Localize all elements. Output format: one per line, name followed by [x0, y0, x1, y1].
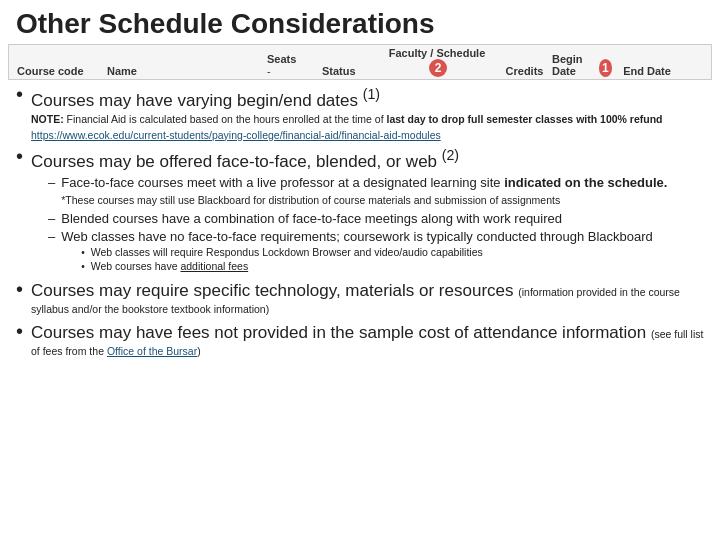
col-credits: Credits	[506, 65, 544, 77]
sub-sub-2: • Web courses have additional fees	[81, 260, 653, 274]
page-title: Other Schedule Considerations	[16, 8, 704, 40]
sub-sub-2-text: Web courses have additional fees	[91, 260, 248, 274]
bullet-1-large: Courses may have varying begin/end dates…	[31, 91, 380, 110]
col-name: Name	[107, 65, 137, 77]
bullet-dot-1: •	[16, 84, 23, 104]
sub-item-2: – Blended courses have a combination of …	[48, 211, 704, 228]
bullet-dot-4: •	[16, 321, 23, 341]
bullet-2-large: Courses may be offered face-to-face, ble…	[31, 152, 459, 171]
sub-bullets-2: – Face-to-face courses meet with a live …	[48, 175, 704, 275]
bullet-1: • Courses may have varying begin/end dat…	[16, 86, 704, 142]
col-status: Status	[322, 65, 356, 77]
bullet-3-large: Courses may require specific technology,…	[31, 281, 518, 300]
sub-item-2-text: Blended courses have a combination of fa…	[61, 211, 562, 228]
bullet-4-large: Courses may have fees not provided in th…	[31, 323, 651, 342]
bursar-link[interactable]: Office of the Bursar	[107, 345, 197, 357]
col-end: End Date	[623, 65, 671, 77]
bullet-1-link[interactable]: https://www.ecok.edu/current-students/pa…	[31, 129, 441, 141]
sub-item-1: – Face-to-face courses meet with a live …	[48, 175, 704, 209]
col-faculty: Faculty / Schedule	[389, 47, 486, 59]
sub-sub-1-text: Web classes will require Respondus Lockd…	[91, 246, 483, 260]
col-seats: Seats	[267, 53, 296, 65]
sub-sub-bullets: • Web classes will require Respondus Loc…	[81, 246, 653, 273]
bullet-dot-3: •	[16, 279, 23, 299]
col-seats-sub: -	[267, 65, 271, 77]
bullet-3: • Courses may require specific technolog…	[16, 281, 704, 317]
col-course-code: Course code	[17, 65, 84, 77]
table-header: Course code Name Seats - Status Faculty …	[8, 44, 712, 80]
sub-sub-1: • Web classes will require Respondus Loc…	[81, 246, 653, 260]
sub-item-3-text: Web classes have no face-to-face require…	[61, 229, 653, 244]
col-begin: Begin Date	[552, 53, 595, 77]
badge-2: 2	[429, 59, 447, 77]
bullet-4: • Courses may have fees not provided in …	[16, 323, 704, 359]
bullet-dot-2: •	[16, 146, 23, 166]
main-content: • Courses may have varying begin/end dat…	[0, 80, 720, 540]
badge-1: 1	[599, 59, 612, 77]
sub-item-1-text: Face-to-face courses meet with a live pr…	[61, 175, 704, 209]
sub-item-3: – Web classes have no face-to-face requi…	[48, 229, 704, 274]
bullet-2: • Courses may be offered face-to-face, b…	[16, 148, 704, 275]
bullet-1-note: NOTE: Financial Aid is calculated based …	[31, 113, 662, 125]
